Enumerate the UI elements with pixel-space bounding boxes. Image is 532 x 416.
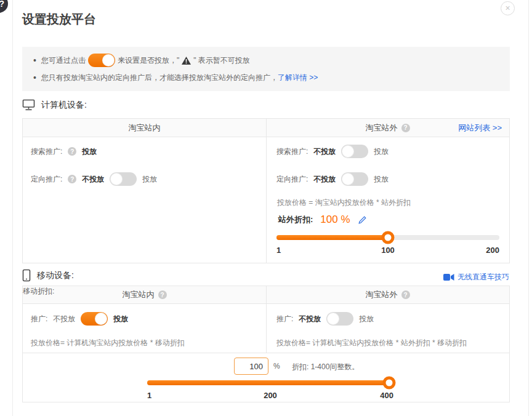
slider-fill: [276, 235, 388, 240]
site-list-link[interactable]: 网站列表 >>: [458, 119, 502, 137]
computer-section-header: 计算机设备:: [22, 99, 87, 111]
help-bubble-icon[interactable]: ?: [0, 0, 8, 13]
tick-mid: 100: [381, 246, 395, 255]
mobile-section-title: 移动设备:: [37, 270, 74, 281]
computer-onsite-target-toggle[interactable]: [110, 172, 137, 186]
toggle-knob: [102, 54, 115, 66]
computer-offsite-target-row: 定向推广: 不投放 投放: [276, 171, 389, 187]
warning-icon: [182, 57, 191, 65]
toggle-knob: [342, 173, 354, 185]
computer-offsite-header: 淘宝站外 ? 网站列表 >>: [266, 119, 509, 137]
column-divider: [266, 119, 267, 263]
percent-sign: %: [273, 362, 280, 370]
toggle-knob: [110, 173, 123, 185]
slider-handle[interactable]: [382, 231, 395, 244]
mobile-table: 淘宝站内 ? 淘宝站外 ? 推广: 不投放 投放 投放价格= 计算机淘宝站内投放…: [22, 286, 510, 402]
notice-line-1: • 您可通过点击 来设置是否投放，" " 表示暂不可投放: [31, 52, 501, 69]
computer-offsite-header-label: 淘宝站外: [366, 122, 398, 134]
search-promo-label: 搜索推广:: [276, 146, 308, 157]
wireless-tips-label: 无线直通车技巧: [457, 272, 509, 282]
computer-onsite-search-row: 搜索推广: ? 投放: [31, 143, 97, 159]
slider-handle[interactable]: [383, 377, 396, 390]
computer-table: 淘宝站内 淘宝站外 ? 网站列表 >> 搜索推广: ? 投放 定向推广: ? 不…: [22, 118, 510, 263]
video-icon: [443, 273, 454, 281]
question-icon[interactable]: ?: [68, 147, 76, 156]
close-icon[interactable]: ×: [501, 1, 515, 15]
edit-icon[interactable]: [358, 215, 367, 225]
slider-fill: [147, 380, 393, 385]
computer-offsite-search-toggle[interactable]: [341, 145, 368, 158]
set-platform-dialog: ? × 设置投放平台 • 您可通过点击 来设置是否投放，" " 表示暂不可投放 …: [0, 0, 532, 416]
notice-text: 来设置是否投放，": [118, 55, 179, 66]
mobile-discount-input[interactable]: [234, 358, 268, 375]
mobile-slider-ticks: 1 200 400: [147, 391, 393, 401]
tick-min: 1: [147, 391, 151, 400]
page-title: 设置投放平台: [22, 11, 96, 28]
target-off-label: 不投放: [313, 174, 336, 185]
phone-icon: [22, 269, 31, 282]
mobile-discount-slider[interactable]: [147, 380, 393, 385]
offsite-slider-ticks: 1 100 200: [276, 246, 499, 255]
notice-text: 您只有投放淘宝站内的定向推广后，才能选择投放淘宝站外的定向推广，: [41, 73, 278, 83]
tick-min: 1: [276, 246, 281, 255]
computer-onsite-target-row: 定向推广: ? 不投放 投放: [31, 171, 157, 187]
monitor-icon: [22, 99, 35, 111]
target-off-label: 不投放: [82, 174, 104, 185]
example-toggle[interactable]: [88, 54, 115, 67]
bullet-icon: •: [33, 73, 36, 82]
computer-onsite-header: 淘宝站内: [23, 119, 266, 137]
offsite-discount-row: 站外折扣: 100 %: [278, 211, 367, 228]
offsite-discount-label: 站外折扣:: [278, 214, 313, 225]
bullet-icon: •: [33, 55, 36, 65]
notice-line-2: • 您只有投放淘宝站内的定向推广后，才能选择投放淘宝站外的定向推广， 了解详情 …: [31, 69, 501, 86]
offsite-discount-value: 100 %: [320, 214, 350, 226]
mobile-discount-content: 移动折扣: % 折扣: 1-400间整数。 1 200 400: [23, 286, 509, 402]
computer-onsite-header-label: 淘宝站内: [129, 122, 161, 134]
wireless-tips-link[interactable]: 无线直通车技巧: [443, 272, 509, 282]
dialog-left-edge: [12, 0, 13, 416]
computer-offsite-search-row: 搜索推广: 不投放 投放: [276, 143, 389, 159]
tick-max: 400: [380, 391, 393, 400]
learn-more-link[interactable]: 了解详情 >>: [278, 73, 318, 83]
computer-section-title: 计算机设备:: [41, 100, 87, 111]
mobile-section-header: 移动设备:: [22, 269, 74, 282]
search-promo-status: 投放: [82, 146, 97, 157]
target-promo-label: 定向推广:: [31, 174, 62, 185]
target-on-label: 投放: [374, 174, 389, 185]
offsite-price-formula: 投放价格 = 淘宝站内投放价格 * 站外折扣: [277, 198, 411, 208]
mobile-discount-label: 移动折扣:: [23, 287, 54, 295]
question-icon[interactable]: ?: [401, 124, 410, 132]
tick-mid: 200: [264, 391, 277, 400]
tick-max: 200: [486, 246, 499, 255]
offsite-discount-slider[interactable]: [276, 235, 499, 240]
question-icon[interactable]: ?: [68, 175, 76, 183]
target-promo-label: 定向推广:: [276, 174, 308, 185]
mobile-discount-hint: 折扣: 1-400间整数。: [292, 362, 359, 372]
notice-text: 您可通过点击: [41, 55, 86, 66]
target-on-label: 投放: [142, 174, 157, 185]
toggle-knob: [342, 145, 354, 158]
search-on-label: 投放: [374, 146, 389, 157]
notice-box: • 您可通过点击 来设置是否投放，" " 表示暂不可投放 • 您只有投放淘宝站内…: [22, 47, 510, 91]
search-promo-label: 搜索推广:: [31, 146, 62, 157]
notice-text: " 表示暂不可投放: [193, 55, 250, 66]
computer-offsite-target-toggle[interactable]: [341, 172, 368, 186]
search-off-label: 不投放: [313, 146, 336, 157]
dialog-right-edge: [528, 0, 529, 416]
